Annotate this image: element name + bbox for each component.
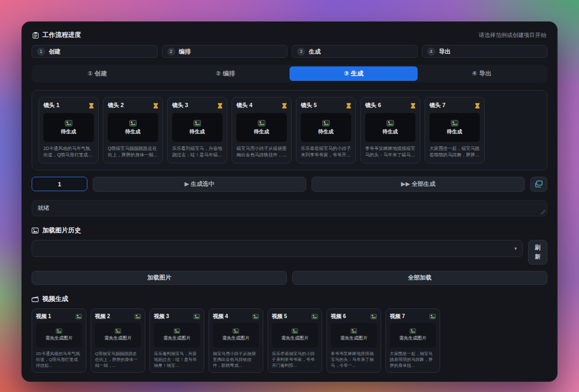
tab-create[interactable]: ① 创建 <box>33 66 161 81</box>
generate-all-button[interactable]: ▶▶ 全部生成 <box>311 177 525 192</box>
shot-status: 待生成 <box>447 129 463 135</box>
video-card-2[interactable]: 视频 2 需先生成图片 Q萌福宝马蹦蹦跳跳走在街上，胖胖的身体一颠一颠，... <box>91 308 145 373</box>
shot-card-header: 镜头 5 <box>301 102 351 109</box>
image-icon <box>135 314 141 319</box>
hourglass-icon <box>346 103 351 109</box>
resize-handle[interactable] <box>540 209 545 214</box>
image-icon <box>174 328 180 334</box>
shot-description: 乐乐牵着福宝马的小蹄子来到李爷爷家，爷爷开门看到惊... <box>301 146 351 159</box>
image-icon <box>129 120 137 126</box>
video-section-title: 视频生成 <box>32 295 547 304</box>
shot-placeholder: 待生成 <box>172 113 222 142</box>
video-card-3[interactable]: 视频 3 需先生成图片 乐乐看到福宝马，兴奋地跑过去：哇！是马年福星！福宝... <box>150 308 204 373</box>
image-icon <box>76 314 82 319</box>
video-card-1[interactable]: 视频 1 需先生成图片 2D卡通风格的马年气氛街道，Q萌马形灯笼成排挂起... <box>32 308 86 373</box>
window-title: 工作流程进度 <box>42 31 81 40</box>
video-card-4[interactable]: 视频 4 需先生成图片 福宝马用小蹄子从福袋里掏出金色马蹄铁挂件，眼睛弯成... <box>209 308 263 373</box>
chevron-down-icon: ▾ <box>514 246 517 251</box>
step-number: 3 <box>297 48 305 56</box>
shot-placeholder: 待生成 <box>301 113 351 142</box>
picture-icon <box>32 228 39 233</box>
video-title: 视频 5 <box>272 313 287 320</box>
video-status: 需先生成图片 <box>46 335 73 342</box>
generation-controls: 1 ▶ 生成选中 ▶▶ 全部生成 <box>32 177 547 192</box>
image-icon <box>429 314 436 319</box>
tab-export[interactable]: ④ 导出 <box>418 66 546 81</box>
status-textarea[interactable]: 就绪 <box>32 200 547 216</box>
tab-bar: ① 创建 ② 编排 ③ 生成 ④ 导出 <box>32 65 547 82</box>
hourglass-icon <box>411 103 415 109</box>
refresh-images-button[interactable] <box>530 177 547 192</box>
video-description: 2D卡通风格的马年气氛街道，Q萌马形灯笼成排挂起... <box>36 351 82 368</box>
image-icon <box>65 120 72 126</box>
clipboard-icon <box>33 32 39 39</box>
shot-card-6[interactable]: 镜头 6 待生成 李爷爷笑眯眯地摸摸福宝马的头：马年来了福马，今年一... <box>360 97 420 163</box>
step-number: 1 <box>37 48 45 56</box>
video-description: Q萌福宝马蹦蹦跳跳走在街上，胖胖的身体一颠一颠，... <box>95 351 141 368</box>
shot-card-5[interactable]: 镜头 5 待生成 乐乐牵着福宝马的小蹄子来到李爷爷家，爷爷开门看到惊... <box>296 97 356 163</box>
hourglass-icon <box>282 103 287 109</box>
shot-card-header: 镜头 7 <box>429 102 480 109</box>
video-title: 视频 7 <box>390 313 405 320</box>
video-placeholder: 需先生成图片 <box>95 323 141 348</box>
image-history-section-title: 加载图片历史 <box>32 226 547 235</box>
shot-title: 镜头 6 <box>365 102 381 109</box>
step-number: 4 <box>427 48 435 56</box>
section-title-text: 加载图片历史 <box>42 226 81 235</box>
video-title: 视频 2 <box>95 313 110 320</box>
load-buttons-row: 加载图片 全部加载 <box>32 271 547 285</box>
selected-shot-input[interactable]: 1 <box>32 177 87 191</box>
video-placeholder: 需先生成图片 <box>154 323 200 348</box>
tab-generate[interactable]: ③ 生成 <box>290 66 418 81</box>
shot-card-header: 镜头 4 <box>236 102 287 109</box>
image-icon <box>253 314 259 319</box>
hourglass-icon <box>89 103 94 109</box>
shot-title: 镜头 7 <box>429 102 446 109</box>
shot-description: 2D卡通风格的马年气氛街道，Q萌马形灯笼成排挂起，红... <box>43 146 94 159</box>
video-card-5[interactable]: 视频 5 需先生成图片 乐乐牵着福宝马的小蹄子来到李爷爷家，爷爷开门看到惊... <box>268 308 322 373</box>
video-card-6[interactable]: 视频 6 需先生成图片 李爷爷笑眯眯地摸摸福宝马的头：马年来了福马，今年一... <box>326 308 381 373</box>
shot-placeholder: 待生成 <box>236 113 287 142</box>
window-title-group: 工作流程进度 <box>33 31 81 40</box>
generate-selected-button[interactable]: ▶ 生成选中 <box>93 177 306 192</box>
image-icon <box>194 120 201 126</box>
image-icon <box>233 328 239 334</box>
history-dropdown[interactable]: ▾ <box>32 240 523 257</box>
tab-arrange[interactable]: ② 编排 <box>161 66 290 81</box>
step-arrange: 2 编排 <box>162 45 288 58</box>
step-generate: 3 生成 <box>292 45 418 58</box>
video-description: 李爷爷笑眯眯地摸摸福宝马的头：马年来了福马，今年一... <box>331 351 377 368</box>
window-header: 工作流程进度 请选择范例或创建项目开始 <box>32 26 547 45</box>
video-status: 需先生成图片 <box>105 335 132 342</box>
image-icon <box>56 328 62 334</box>
shot-card-4[interactable]: 镜头 4 待生成 福宝马用小蹄子从福袋里掏出金色马蹄铁挂件，眼睛弯成... <box>232 97 292 163</box>
shot-title: 镜头 3 <box>172 102 188 109</box>
video-placeholder: 需先生成图片 <box>331 323 377 348</box>
image-icon <box>410 328 416 334</box>
refresh-label: 刷新 <box>535 243 541 261</box>
video-card-header: 视频 3 <box>154 313 200 320</box>
shot-card-header: 镜头 6 <box>365 102 415 109</box>
shot-status: 待生成 <box>61 129 77 135</box>
video-description: 乐乐牵着福宝马的小蹄子来到李爷爷家，爷爷开门看到惊... <box>272 351 318 368</box>
video-description: 福宝马用小蹄子从福袋里掏出金色马蹄铁挂件，眼睛弯成... <box>213 351 259 368</box>
video-card-7[interactable]: 视频 7 需先生成图片 大家围坐一起，福宝马跳着萌萌的马蹄舞，胖胖的身体扭... <box>385 308 440 373</box>
shot-card-7[interactable]: 镜头 7 待生成 大家围坐一起，福宝马跳着萌萌的马蹄舞，胖胖的身体扭... <box>425 97 485 163</box>
load-images-button[interactable]: 加载图片 <box>32 271 287 285</box>
video-description: 大家围坐一起，福宝马跳着萌萌的马蹄舞，胖胖的身体扭... <box>390 351 436 368</box>
refresh-history-button[interactable]: 刷新 <box>528 240 547 265</box>
video-placeholder: 需先生成图片 <box>36 323 82 348</box>
video-status: 需先生成图片 <box>281 335 309 342</box>
video-title: 视频 1 <box>36 313 51 320</box>
shot-description: Q萌福宝马蹦蹦跳跳走在街上，胖胖的身体一颠一颠，... <box>108 146 158 159</box>
window-hint: 请选择范例或创建项目开始 <box>479 32 546 39</box>
shot-card-1[interactable]: 镜头 1 待生成 2D卡通风格的马年气氛街道，Q萌马形灯笼成排挂起，红... <box>39 97 99 163</box>
shot-placeholder: 待生成 <box>43 113 94 142</box>
shot-card-3[interactable]: 镜头 3 待生成 乐乐看到福宝马，兴奋地跑过去：哇！是马年福星！福宝... <box>167 97 227 163</box>
video-card-header: 视频 6 <box>331 313 377 320</box>
shot-card-2[interactable]: 镜头 2 待生成 Q萌福宝马蹦蹦跳跳走在街上，胖胖的身体一颠一颠，... <box>103 97 163 163</box>
image-icon <box>194 314 200 319</box>
load-all-button[interactable]: 全部加载 <box>292 271 547 285</box>
stacked-photos-icon <box>535 180 543 187</box>
hourglass-icon <box>475 103 480 109</box>
